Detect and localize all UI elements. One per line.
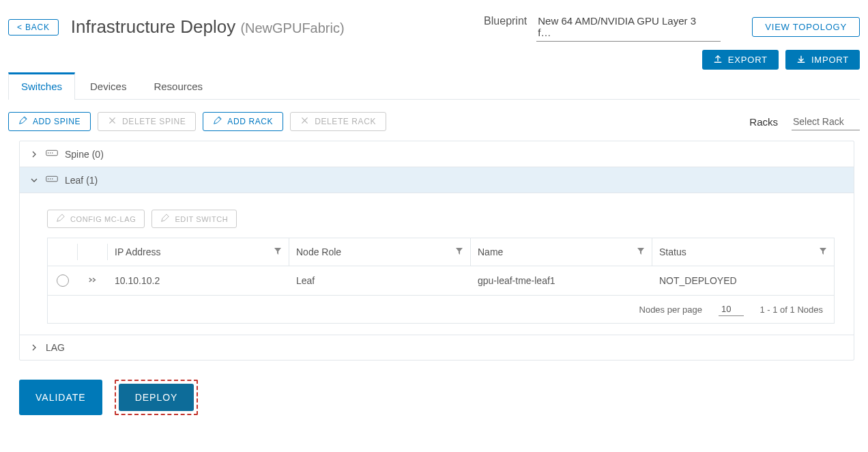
lag-label: LAG (46, 342, 65, 353)
view-topology-button[interactable]: VIEW TOPOLOGY (752, 17, 860, 37)
cell-status: NOT_DEPLOYED (652, 267, 834, 294)
switches-toolbar: ADD SPINE DELETE SPINE ADD RACK DELETE R… (8, 100, 860, 141)
per-page-select[interactable]: 10 (719, 302, 743, 316)
main-tabs: Switches Devices Resources (8, 72, 860, 100)
radio-icon[interactable] (57, 274, 69, 287)
cell-role: Leaf (289, 267, 471, 294)
edit-switch-button: EDIT SWITCH (151, 210, 237, 228)
blueprint-select[interactable]: New 64 AMD/NVIDIA GPU Layer 3 f… (536, 12, 721, 42)
deploy-button[interactable]: DEPLOY (119, 384, 194, 411)
svg-point-1 (48, 152, 49, 154)
svg-point-5 (48, 178, 49, 180)
blueprint-group: Blueprint New 64 AMD/NVIDIA GPU Layer 3 … (484, 12, 721, 42)
th-name-label: Name (478, 246, 503, 257)
export-import-row: EXPORT IMPORT (8, 48, 860, 72)
page-header: < BACK Infrastructure Deploy (NewGPUFabr… (8, 8, 860, 48)
th-role[interactable]: Node Role (289, 238, 471, 266)
delete-spine-label: DELETE SPINE (122, 117, 186, 126)
filter-icon[interactable] (819, 246, 827, 257)
chevron-right-icon (29, 150, 39, 159)
tab-resources[interactable]: Resources (141, 72, 215, 99)
pencil-icon (56, 214, 65, 224)
th-role-label: Node Role (296, 246, 341, 257)
edit-switch-label: EDIT SWITCH (175, 215, 228, 223)
th-ip-label: IP Address (115, 246, 160, 257)
svg-point-3 (52, 152, 53, 154)
export-label: EXPORT (728, 55, 768, 65)
tab-switches[interactable]: Switches (8, 72, 75, 100)
deploy-highlight: DEPLOY (115, 380, 199, 415)
racks-label: Racks (749, 116, 778, 128)
leaf-label: Leaf (1) (65, 175, 98, 186)
racks-value: Select Rack (793, 116, 844, 127)
device-icon (46, 148, 58, 160)
table-header: IP Address Node Role Name (48, 238, 834, 266)
th-status[interactable]: Status (652, 238, 834, 266)
chevron-down-icon (29, 175, 39, 185)
page-title: Infrastructure Deploy (NewGPUFabric) (71, 16, 345, 38)
range-label: 1 - 1 of 1 Nodes (760, 305, 824, 315)
filter-icon[interactable] (637, 246, 645, 257)
back-button[interactable]: < BACK (8, 19, 59, 36)
upload-icon (713, 54, 723, 66)
switch-accordion: Spine (0) Leaf (1) CONFIG MC-LAG (19, 141, 854, 361)
filter-icon[interactable] (274, 246, 282, 257)
row-expand[interactable] (78, 267, 108, 295)
add-spine-button[interactable]: ADD SPINE (8, 112, 91, 131)
th-select (48, 244, 78, 260)
per-page-value: 10 (721, 304, 731, 314)
export-button[interactable]: EXPORT (702, 50, 779, 70)
th-ip[interactable]: IP Address (108, 238, 289, 266)
leaf-body: CONFIG MC-LAG EDIT SWITCH IP Address (20, 193, 854, 335)
delete-spine-button: DELETE SPINE (98, 112, 196, 131)
page-footer: VALIDATE DEPLOY (8, 361, 860, 419)
accordion-leaf[interactable]: Leaf (1) (20, 167, 854, 193)
delete-rack-label: DELETE RACK (315, 117, 376, 126)
validate-button[interactable]: VALIDATE (19, 380, 102, 415)
svg-point-6 (50, 178, 51, 180)
spine-label: Spine (0) (65, 149, 104, 160)
accordion-lag[interactable]: LAG (20, 335, 854, 360)
page-title-context: (NewGPUFabric) (240, 20, 344, 36)
table-row[interactable]: 10.10.10.2 Leaf gpu-leaf-tme-leaf1 NOT_D… (48, 266, 834, 296)
cell-ip: 10.10.10.2 (108, 267, 289, 294)
row-select[interactable] (48, 266, 78, 295)
delete-rack-button: DELETE RACK (290, 112, 386, 131)
download-icon (796, 54, 806, 66)
pencil-icon (160, 214, 169, 224)
accordion-spine[interactable]: Spine (0) (20, 141, 854, 167)
th-status-label: Status (659, 246, 686, 257)
expand-icon[interactable] (88, 275, 98, 287)
config-mclag-button: CONFIG MC-LAG (47, 210, 145, 228)
table-footer: Nodes per page 10 1 - 1 of 1 Nodes (48, 296, 834, 323)
device-icon (46, 174, 58, 186)
svg-point-2 (50, 152, 51, 154)
leaf-table: IP Address Node Role Name (47, 238, 835, 324)
blueprint-value: New 64 AMD/NVIDIA GPU Layer 3 f… (538, 15, 696, 38)
add-rack-label: ADD RACK (227, 117, 273, 126)
pencil-icon (18, 116, 27, 127)
per-page-label: Nodes per page (639, 305, 703, 315)
add-spine-label: ADD SPINE (33, 117, 81, 126)
th-expand (78, 244, 108, 260)
filter-icon[interactable] (455, 246, 463, 257)
th-name[interactable]: Name (471, 238, 652, 266)
blueprint-label: Blueprint (484, 15, 527, 27)
tab-devices[interactable]: Devices (78, 72, 139, 99)
import-label: IMPORT (811, 55, 849, 65)
config-mclag-label: CONFIG MC-LAG (70, 215, 136, 223)
close-icon (300, 116, 309, 127)
pencil-icon (213, 116, 222, 127)
close-icon (108, 116, 117, 127)
add-rack-button[interactable]: ADD RACK (203, 112, 283, 131)
svg-point-7 (52, 178, 53, 180)
import-button[interactable]: IMPORT (785, 50, 860, 70)
racks-select[interactable]: Select Rack (792, 113, 860, 130)
leaf-actions: CONFIG MC-LAG EDIT SWITCH (47, 210, 835, 228)
chevron-right-icon (29, 343, 39, 352)
cell-name: gpu-leaf-tme-leaf1 (471, 267, 652, 294)
page-title-text: Infrastructure Deploy (71, 16, 235, 37)
